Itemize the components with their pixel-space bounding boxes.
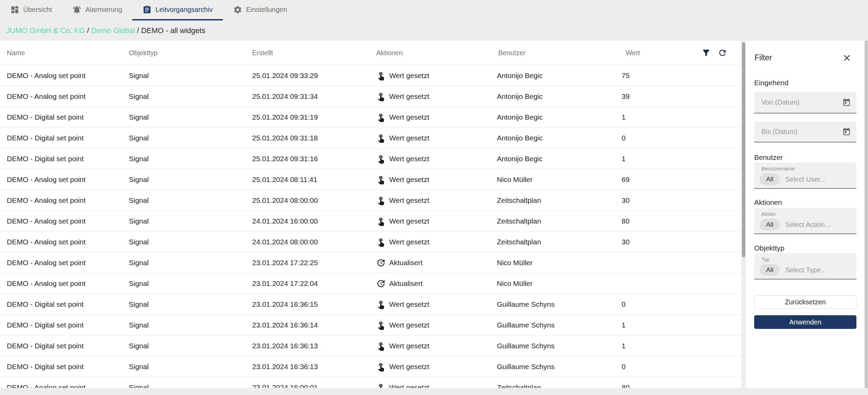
cell-objekttyp: Signal (129, 294, 149, 315)
cell-benutzer: Zeitschaltplan (497, 211, 541, 231)
column-header-name: Name (7, 41, 25, 65)
table-row[interactable]: DEMO - Analog set point Signal 25.01.202… (0, 190, 741, 211)
table-row[interactable]: DEMO - Digital set point Signal 23.01.20… (0, 315, 741, 336)
cell-objekttyp: Signal (129, 190, 149, 211)
cell-benutzer: Nico Müller (497, 253, 533, 273)
tab-leitvorgangsarchiv[interactable]: Leitvorgangsarchiv (132, 0, 223, 20)
date-to-field[interactable]: Bis (Datum) (754, 122, 856, 142)
cell-erstellt: 25.01.2024 09:33:29 (252, 65, 318, 86)
cell-name: DEMO - Digital set point (7, 315, 83, 335)
table-row[interactable]: DEMO - Analog set point Signal 23.01.202… (0, 253, 741, 273)
cell-erstellt: 23.01.2024 16:36:13 (252, 336, 318, 356)
cell-benutzer: Antonijo Begic (497, 107, 543, 127)
table-row[interactable]: DEMO - Digital set point Signal 25.01.20… (0, 128, 741, 149)
action-label: Wert gesetzt (389, 134, 429, 142)
table-row[interactable]: DEMO - Digital set point Signal 25.01.20… (0, 107, 741, 128)
tab-label: Übersicht (23, 6, 52, 14)
breadcrumb-separator: / (85, 26, 91, 35)
action-all-chip[interactable]: All (760, 219, 780, 230)
action-select-field[interactable]: Aktion All Select Action... (754, 208, 856, 234)
table-row[interactable]: DEMO - Analog set point Signal 24.01.202… (0, 211, 741, 232)
cell-objekttyp: Signal (129, 65, 149, 86)
cell-aktion: Aktualisert (376, 253, 423, 273)
section-heading-objekttyp: Objekttyp (754, 244, 785, 252)
cell-aktion: Wert gesetzt (376, 107, 429, 127)
date-to-placeholder: Bis (Datum) (761, 128, 842, 136)
cell-benutzer: Zeitschaltplan (497, 377, 541, 388)
cell-aktion: Wert gesetzt (376, 169, 429, 190)
user-select-field[interactable]: Benutzername All Select User... (754, 163, 856, 189)
action-label: Aktualisert (389, 259, 423, 267)
table-row[interactable]: DEMO - Analog set point Signal 24.01.202… (0, 232, 741, 253)
cell-erstellt: 25.01.2024 08:00:00 (252, 190, 318, 211)
table-row[interactable]: DEMO - Analog set point Signal 25.01.202… (0, 169, 741, 190)
cell-erstellt: 24.01.2024 16:00:00 (252, 211, 318, 231)
cell-name: DEMO - Analog set point (7, 211, 86, 231)
action-label: Wert gesetzt (389, 363, 429, 371)
cell-aktion: Wert gesetzt (376, 377, 429, 388)
action-label: Wert gesetzt (389, 72, 429, 80)
cell-objekttyp: Signal (129, 253, 149, 273)
clipboard-icon (142, 5, 152, 14)
touch-app-icon (376, 362, 386, 371)
cell-benutzer: Zeitschaltplan (497, 190, 541, 211)
close-icon[interactable] (842, 53, 852, 63)
action-label: Wert gesetzt (389, 176, 429, 184)
table-row[interactable]: DEMO - Analog set point Signal 23.01.202… (0, 273, 741, 294)
cell-wert: 80 (622, 377, 629, 388)
calendar-icon[interactable] (842, 127, 851, 136)
cell-aktion: Wert gesetzt (376, 211, 429, 231)
touch-app-icon (376, 216, 386, 226)
cell-wert: 0 (622, 128, 626, 148)
cell-objekttyp: Signal (129, 149, 149, 169)
tab-einstellungen[interactable]: Einstellungen (223, 0, 297, 20)
user-all-chip[interactable]: All (760, 173, 780, 185)
filter-icon[interactable] (701, 48, 711, 58)
action-label: Wert gesetzt (389, 321, 429, 329)
apply-button[interactable]: Anwenden (754, 315, 856, 329)
cell-wert: 30 (622, 232, 629, 252)
cell-erstellt: 23.01.2024 16:36:13 (252, 356, 318, 377)
cell-objekttyp: Signal (129, 86, 149, 107)
cell-benutzer: Guillaume Schyns (497, 315, 554, 335)
cell-aktion: Wert gesetzt (376, 336, 429, 356)
table-vertical-scrollbar[interactable] (742, 42, 745, 257)
table-row[interactable]: DEMO - Digital set point Signal 23.01.20… (0, 294, 741, 315)
table-row[interactable]: DEMO - Digital set point Signal 23.01.20… (0, 336, 741, 356)
table-row[interactable]: DEMO - Digital set point Signal 23.01.20… (0, 356, 741, 377)
panel-vertical-scrollbar[interactable] (865, 41, 868, 388)
calendar-icon[interactable] (842, 98, 851, 107)
cell-erstellt: 25.01.2024 09:31:34 (252, 86, 318, 107)
refresh-icon[interactable] (718, 48, 727, 58)
cell-aktion: Wert gesetzt (376, 65, 429, 86)
reset-button[interactable]: Zurücksetzen (754, 295, 856, 309)
touch-app-icon (376, 237, 386, 247)
breadcrumb-link-company[interactable]: JUMO GmbH & Co. KG (6, 26, 85, 35)
cell-aktion: Wert gesetzt (376, 294, 429, 315)
cell-benutzer: Guillaume Schyns (497, 356, 554, 377)
touch-app-icon (376, 196, 386, 205)
tab-alarmierung[interactable]: Alarmierung (62, 0, 132, 20)
cell-objekttyp: Signal (129, 336, 149, 356)
top-tab-bar: Übersicht Alarmierung Leitvorgangsarchiv… (0, 0, 297, 20)
table-row[interactable]: DEMO - Analog set point Signal 25.01.202… (0, 65, 741, 86)
field-label-benutzername: Benutzername (761, 166, 795, 171)
date-from-field[interactable]: Von (Datum) (754, 92, 856, 113)
action-label: Wert gesetzt (389, 383, 429, 388)
type-select-field[interactable]: Typ All Select Type... (754, 253, 856, 279)
cell-wert: 30 (622, 190, 629, 211)
date-from-placeholder: Von (Datum) (761, 98, 842, 106)
tab-bersicht[interactable]: Übersicht (0, 0, 62, 20)
table-row[interactable]: DEMO - Analog set point Signal 23.01.202… (0, 377, 741, 388)
field-label-aktion: Aktion (761, 211, 776, 217)
cell-name: DEMO - Analog set point (7, 65, 86, 86)
breadcrumb-link-group[interactable]: Demo Global (91, 26, 135, 35)
table-row[interactable]: DEMO - Analog set point Signal 25.01.202… (0, 86, 741, 107)
touch-app-icon (376, 341, 386, 351)
cell-benutzer: Nico Müller (497, 169, 533, 190)
cell-wert: 1 (622, 315, 626, 335)
table-row[interactable]: DEMO - Digital set point Signal 25.01.20… (0, 149, 741, 169)
cell-erstellt: 23.01.2024 17:22:04 (252, 273, 318, 294)
type-all-chip[interactable]: All (760, 264, 780, 276)
cell-erstellt: 25.01.2024 09:31:18 (252, 128, 318, 148)
